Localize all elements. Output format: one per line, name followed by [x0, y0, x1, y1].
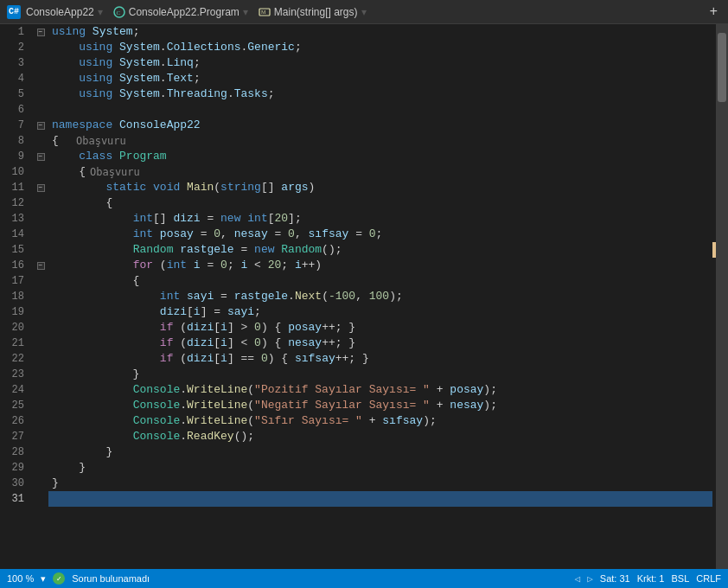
line-number-24: 24: [0, 382, 33, 398]
svg-text:M: M: [261, 10, 266, 15]
code-line-19: dizi[i] = sayi;: [48, 304, 712, 320]
gutter-line-20: [33, 320, 48, 336]
line-number-30: 30: [0, 476, 33, 491]
code-line-24: Console.WriteLine("Pozitif Sayılar Sayıs…: [48, 382, 712, 398]
code-area[interactable]: using System; using System.Collections.G…: [48, 24, 712, 569]
editor-body: 1234567891011121314151617181920212223242…: [0, 24, 728, 569]
gutter-line-5: [33, 86, 48, 102]
gutter-line-19: [33, 304, 48, 320]
gutter-line-1[interactable]: −: [33, 24, 48, 40]
code-line-23: }: [48, 367, 712, 382]
code-line-30: }: [48, 476, 712, 491]
gutter-line-10: [33, 164, 48, 180]
line-number-12: 12: [0, 195, 33, 211]
code-line-18: int sayi = rastgele.Next(-100, 100);: [48, 289, 712, 304]
gutter-line-7[interactable]: −: [33, 118, 48, 133]
collapse-button-9[interactable]: −: [37, 153, 45, 161]
line-info: Sat: 31: [600, 573, 630, 584]
gutter-line-17: [33, 273, 48, 289]
gutter-line-16[interactable]: −: [33, 258, 48, 273]
line-number-15: 15: [0, 242, 33, 258]
code-line-13: int[] dizi = new int[20];: [48, 211, 712, 227]
line-number-31: 31: [0, 491, 33, 507]
gutter-line-23: [33, 367, 48, 382]
line-number-2: 2: [0, 40, 33, 55]
line-number-1: 1: [0, 24, 33, 40]
line-number-6: 6: [0, 102, 33, 118]
gutter-line-30: [33, 476, 48, 491]
gutter: −−−−−: [33, 24, 48, 569]
col-info: Krkt: 1: [637, 573, 665, 584]
line-numbers: 1234567891011121314151617181920212223242…: [0, 24, 33, 569]
line-number-17: 17: [0, 273, 33, 289]
code-line-4: using System.Text;: [48, 71, 712, 86]
line-number-10: 10: [0, 164, 33, 180]
gutter-line-13: [33, 211, 48, 227]
code-line-14: int posay = 0, nesay = 0, sıfsay = 0;: [48, 227, 712, 242]
code-line-31: [48, 491, 712, 507]
status-check-icon: ✓: [53, 572, 65, 585]
method-name: Main(string[] args): [274, 6, 358, 18]
code-line-6: [48, 102, 712, 118]
line-number-28: 28: [0, 444, 33, 460]
code-line-29: }: [48, 460, 712, 476]
status-arrows-left: ◁: [575, 573, 581, 585]
gutter-line-22: [33, 351, 48, 367]
app-icon: C#: [7, 5, 21, 19]
gutter-line-9[interactable]: −: [33, 149, 48, 164]
line-number-23: 23: [0, 367, 33, 382]
gutter-line-3: [33, 55, 48, 71]
status-text: Sorun bulunamadı: [72, 573, 150, 584]
line-ending-info: CRLF: [696, 573, 721, 584]
line-number-21: 21: [0, 336, 33, 351]
line-number-20: 20: [0, 320, 33, 336]
code-line-3: using System.Linq;: [48, 55, 712, 71]
line-number-11: 11: [0, 180, 33, 195]
add-tab-button[interactable]: +: [706, 4, 721, 20]
code-line-15: Random rastgele = new Random();: [48, 242, 712, 258]
gutter-line-31: [33, 491, 48, 507]
code-line-21: if (dizi[i] < 0) { nesay++; }: [48, 336, 712, 351]
collapse-button-1[interactable]: −: [37, 29, 45, 36]
line-number-8: 8: [0, 133, 33, 149]
gutter-line-27: [33, 429, 48, 444]
code-line-1: using System;: [48, 24, 712, 40]
code-line-26: Console.WriteLine("Sıfır Sayısı= " + sıf…: [48, 413, 712, 429]
gutter-line-15: [33, 242, 48, 258]
code-line-16: for (int i = 0; i < 20; i++): [48, 258, 712, 273]
code-line-20: if (dizi[i] > 0) { posay++; }: [48, 320, 712, 336]
line-number-29: 29: [0, 460, 33, 476]
code-line-25: Console.WriteLine("Negatif Sayılar Sayıs…: [48, 398, 712, 413]
gutter-line-8: [33, 133, 48, 149]
gutter-line-21: [33, 336, 48, 351]
code-line-11: static void Main(string[] args): [48, 180, 712, 195]
line-number-9: 9: [0, 149, 33, 164]
code-line-5: using System.Threading.Tasks;: [48, 86, 712, 102]
line-number-26: 26: [0, 413, 33, 429]
scrollbar[interactable]: [716, 24, 728, 569]
svg-text:C: C: [116, 10, 120, 16]
gutter-line-6: [33, 102, 48, 118]
line-number-14: 14: [0, 227, 33, 242]
code-line-8: {: [48, 133, 712, 149]
app-name: ConsoleApp22: [26, 6, 94, 18]
status-bar: 100 % ▾ ✓ Sorun bulunamadı ◁ ▷ Sat: 31 K…: [0, 569, 728, 588]
line-number-4: 4: [0, 71, 33, 86]
gutter-line-24: [33, 382, 48, 398]
line-number-13: 13: [0, 211, 33, 227]
collapse-button-7[interactable]: −: [37, 122, 45, 130]
scrollbar-thumb[interactable]: [718, 33, 726, 102]
gutter-line-11[interactable]: −: [33, 180, 48, 195]
class-name: ConsoleApp22.Program: [129, 6, 239, 18]
line-number-16: 16: [0, 258, 33, 273]
line-number-18: 18: [0, 289, 33, 304]
gutter-line-18: [33, 289, 48, 304]
collapse-button-16[interactable]: −: [37, 262, 45, 270]
status-arrows-right: ▷: [587, 573, 593, 585]
collapse-button-11[interactable]: −: [37, 184, 45, 192]
code-line-12: {: [48, 195, 712, 211]
method-icon: M: [259, 6, 271, 18]
line-number-25: 25: [0, 398, 33, 413]
code-line-7: namespace ConsoleApp22: [48, 118, 712, 133]
code-line-10: {: [48, 164, 712, 180]
